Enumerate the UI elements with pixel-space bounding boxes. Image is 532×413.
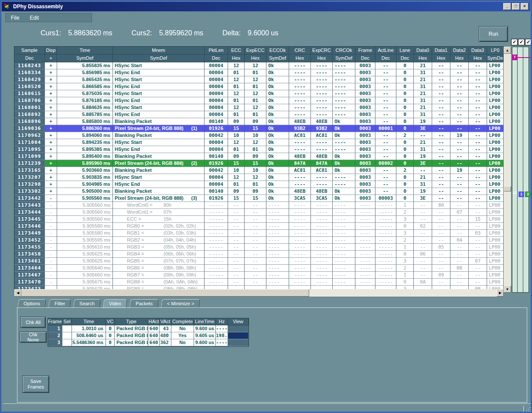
cell-expcrc: ---- — [311, 244, 333, 251]
cell-crcok: ---- — [333, 104, 355, 111]
minimap-lane-strip-2[interactable] — [518, 47, 523, 293]
table-row[interactable]: 1168896+5.885800 msBlanking Packet001400… — [14, 118, 504, 125]
cell-time: 5.903660 ms — [57, 167, 113, 174]
cell-pktlen: ----- — [205, 265, 228, 272]
table-row[interactable]: 1168243+5.855835 msHSync Start000041212O… — [14, 62, 504, 69]
table-row[interactable]: 1173444-5.905560 msWordCnt1 =07h--------… — [14, 209, 504, 216]
cell-linetime: 9.600 us — [194, 339, 216, 346]
table-row[interactable]: 1168801+5.884635 msHSync Start000041212O… — [14, 104, 504, 111]
overview-minimap[interactable]: T 1 2 — [512, 47, 532, 293]
scroll-up-arrow-icon[interactable]: ▲ — [504, 47, 511, 54]
video-frame-row[interactable]: 11.0010 us0Packed RGB 88864043No9.600 us… — [48, 325, 249, 332]
scroll-right-arrow-icon[interactable]: ▶ — [497, 289, 504, 297]
vertical-scrollbar[interactable]: ▲ ▼ — [504, 47, 511, 293]
table-row[interactable]: 1173442-5.905560 msPixel Stream (24-bit,… — [14, 195, 504, 202]
table-row[interactable]: 1173461-5.905625 msRGB5 =(07h, 07h, 07h)… — [14, 258, 504, 265]
table-row[interactable]: 1173464-5.905640 msRGB6 =(08h, 08h, 08h)… — [14, 265, 504, 272]
table-row[interactable]: 1173473-5.905675 msRGB9 =(0Bh, 0Bh, 0Bh)… — [14, 286, 504, 289]
column-header: Disp — [45, 47, 57, 55]
cell-frame: 0003 — [355, 104, 375, 111]
chk-none-button[interactable]: Chk None — [20, 331, 47, 343]
cell-mnem: HSync Start — [113, 174, 205, 181]
scroll-down-arrow-icon[interactable]: ▼ — [504, 286, 511, 293]
tab-search[interactable]: Search — [73, 299, 101, 308]
cell-sel[interactable] — [62, 339, 72, 346]
table-row[interactable]: 1171099+5.895400 msBlanking Packet001400… — [14, 153, 504, 160]
run-button[interactable]: Run — [479, 26, 508, 42]
minimap-lane-strip-1[interactable] — [512, 47, 518, 293]
tab-packets[interactable]: Packets — [130, 299, 159, 308]
column-header: SymDe — [487, 55, 504, 62]
lane-checkbox-1[interactable]: ✓ — [511, 39, 518, 45]
table-row[interactable]: 1173445-5.905560 msECC =15h-------------… — [14, 216, 504, 223]
cell-disp: + — [45, 188, 57, 195]
tab-video[interactable]: Video — [103, 299, 127, 308]
table-row[interactable]: 1173207+5.903835 msHSync Start000041212O… — [14, 174, 504, 181]
cell-crc: 48EB — [289, 188, 311, 195]
table-row[interactable]: 1171239+5.895960 msPixel Stream (24-bit,… — [14, 160, 504, 167]
table-row[interactable]: 1173298+5.904985 msHSync End000040101Ok-… — [14, 181, 504, 188]
table-row[interactable]: 1173455-5.905610 msRGB3 =(05h, 05h, 05h)… — [14, 244, 504, 251]
cell-data3: 07 — [469, 258, 487, 265]
cell-crc: ---- — [289, 279, 311, 286]
table-row[interactable]: 1173302+5.905000 msBlanking Packet001400… — [14, 188, 504, 195]
cell-sel[interactable] — [62, 325, 72, 332]
cell-view[interactable] — [228, 332, 249, 339]
table-row[interactable]: 1173449-5.905580 msRGB1 =(03h, 03h, 03h)… — [14, 230, 504, 237]
delta-value: 9.6000 us — [248, 29, 278, 37]
vertical-scroll-thumb[interactable] — [504, 186, 511, 191]
table-row[interactable]: 1171095+5.895385 msHSync End000040101Ok-… — [14, 146, 504, 153]
table-row[interactable]: 1173446-5.905580 msRGB0 =(02h, 02h, 02h)… — [14, 223, 504, 230]
table-row[interactable]: 1168429+5.865435 msHSync Start000041212O… — [14, 76, 504, 83]
lane-checkbox-3[interactable]: ✓ — [525, 39, 532, 45]
cell-view[interactable] — [228, 339, 249, 346]
cell-crcok: ---- — [333, 230, 355, 237]
menu-file[interactable]: File — [6, 15, 24, 21]
minimap-marker-t[interactable]: T — [512, 55, 518, 60]
cell-sel[interactable] — [62, 332, 72, 339]
cell-data1: -- — [432, 118, 450, 125]
table-row[interactable]: 1171004+5.894235 msHSync Start000041212O… — [14, 139, 504, 146]
table-row[interactable]: 1173467-5.905660 msRGB7 =(09h, 09h, 09h)… — [14, 272, 504, 279]
cell-view[interactable] — [228, 325, 249, 332]
app-icon — [3, 3, 10, 10]
cell-actline: -- — [375, 174, 396, 181]
menu-edit[interactable]: Edit — [24, 15, 44, 21]
column-header: Sel — [62, 318, 72, 325]
cell-ecc: -- — [228, 202, 245, 209]
resize-grip[interactable] — [526, 407, 532, 413]
minimize-button[interactable]: _ — [503, 3, 511, 10]
table-row[interactable]: 1168706+5.876185 msHSync End000040101Ok-… — [14, 97, 504, 104]
lane-checkbox-2[interactable]: ✓ — [518, 39, 525, 45]
table-row[interactable]: 1168892+5.885785 msHSync End000040101Ok-… — [14, 111, 504, 118]
chk-all-button[interactable]: Chk All — [20, 317, 46, 328]
horizontal-scrollbar[interactable]: ◀ ▶ — [14, 289, 504, 297]
video-frame-row[interactable]: 35.5486360 ms0Packed RGB 888640362No9.60… — [48, 339, 249, 346]
table-row[interactable]: 1168520+5.866585 msHSync End000040101Ok-… — [14, 83, 504, 90]
save-frames-button[interactable]: Save Frames — [22, 375, 49, 393]
horizontal-scroll-thumb[interactable] — [21, 289, 309, 297]
cell-pktlen: 00042 — [205, 132, 228, 139]
cell-pktlen: 00004 — [205, 139, 228, 146]
minimap-marker-2[interactable]: 2 — [525, 191, 531, 197]
cell-sample: 1168520 — [14, 83, 45, 90]
table-row[interactable]: 1173458-5.905625 msRGB4 =(06h, 06h, 06h)… — [14, 251, 504, 258]
minimap-lane-strip-3[interactable] — [523, 47, 529, 293]
close-button[interactable]: × — [521, 3, 529, 10]
table-row[interactable]: 1168334+5.856985 msHSync End000040101Ok-… — [14, 69, 504, 76]
table-row[interactable]: 1170962+5.894060 msBlanking Packet000421… — [14, 132, 504, 139]
tab-options[interactable]: Options — [17, 299, 46, 308]
tab-filter[interactable]: Filter — [48, 299, 72, 308]
table-row[interactable]: 1173165+5.903660 msBlanking Packet000421… — [14, 167, 504, 174]
table-row[interactable]: 1173443-5.905560 msWordCnt0 =80h--------… — [14, 202, 504, 209]
table-row[interactable]: 1169036+5.886360 msPixel Stream (24-bit,… — [14, 125, 504, 132]
minimap-marker-1[interactable]: 1 — [518, 191, 524, 197]
table-row[interactable]: 1168615+5.875035 msHSync Start000041212O… — [14, 90, 504, 97]
cell-disp: + — [45, 90, 57, 97]
scroll-left-arrow-icon[interactable]: ◀ — [14, 289, 21, 297]
maximize-button[interactable]: □ — [512, 3, 520, 10]
tab-minimize[interactable]: < Minimize > — [161, 299, 201, 308]
table-row[interactable]: 1173470-5.905675 msRGB8 =(0Ah, 0Ah, 0Ah)… — [14, 279, 504, 286]
video-frame-row[interactable]: 2508.6460 us0Packed RGB 888640480Yes9.60… — [48, 332, 249, 339]
table-row[interactable]: 1173452-5.905595 msRGB2 =(04h, 04h, 04h)… — [14, 237, 504, 244]
